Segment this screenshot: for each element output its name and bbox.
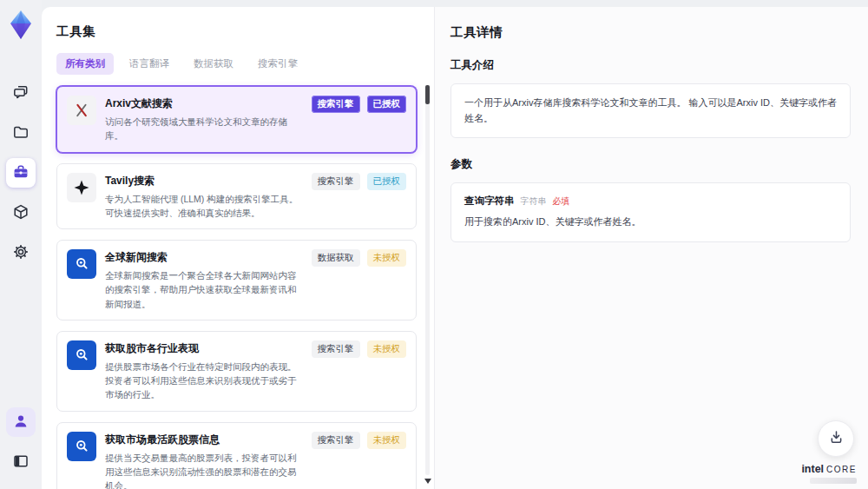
sidebar-item-settings[interactable] <box>6 238 36 268</box>
sidebar-item-collapse[interactable] <box>6 447 36 477</box>
sidebar-item-toolbox[interactable] <box>6 158 36 188</box>
sidebar-nav <box>6 73 36 273</box>
category-tabs: 所有类别 语言翻译 数据获取 搜索引擎 <box>56 53 429 75</box>
param-type: 字符串 <box>521 195 547 208</box>
status-badge: 已授权 <box>367 96 407 113</box>
tab-search-engine[interactable]: 搜索引擎 <box>249 53 306 75</box>
status-badge: 已授权 <box>367 173 407 190</box>
intro-heading: 工具介绍 <box>450 58 851 73</box>
detail-title: 工具详情 <box>450 24 851 41</box>
sidebar-bottom <box>6 402 36 482</box>
tool-card-sector-performance[interactable]: 获取股市各行业表现 提供股票市场各个行业在特定时间段内的表现。投资者可以利用这些… <box>56 331 417 412</box>
status-badge: 未授权 <box>367 249 407 267</box>
tool-list: Arxiv文献搜索 访问各个研究领域大量科学论文和文章的存储库。 搜索引擎 已授… <box>56 86 429 489</box>
params-heading: 参数 <box>450 157 851 172</box>
tool-description: 访问各个研究领域大量科学论文和文章的存储库。 <box>105 115 303 143</box>
category-badge: 搜索引擎 <box>312 173 360 190</box>
intel-core-text: CORE <box>826 465 857 474</box>
tab-all-categories[interactable]: 所有类别 <box>56 53 114 75</box>
tool-name: Tavily搜索 <box>105 174 303 188</box>
tool-name: 获取市场最活跃股票信息 <box>105 433 303 447</box>
download-icon <box>828 429 845 448</box>
param-description: 用于搜索的Arxiv ID、关键字或作者姓名。 <box>464 215 837 230</box>
news-search-icon <box>67 340 96 370</box>
news-search-icon <box>67 432 96 461</box>
param-box: 查询字符串 字符串 必填 用于搜索的Arxiv ID、关键字或作者姓名。 <box>450 182 851 242</box>
tool-detail-panel: 工具详情 工具介绍 一个用于从Arxiv存储库搜索科学论文和文章的工具。 输入可… <box>434 7 868 489</box>
package-icon <box>12 203 30 223</box>
tool-description: 全球新闻搜索是一个聚合全球各大新闻网站内容的搜索引擎，帮助用户快速获取全球最新资… <box>105 268 303 311</box>
tool-name: 全球新闻搜索 <box>105 250 303 265</box>
category-badge: 数据获取 <box>312 249 360 267</box>
tool-card-global-news[interactable]: 全球新闻搜索 全球新闻搜索是一个聚合全球各大新闻网站内容的搜索引擎，帮助用户快速… <box>56 240 417 320</box>
gear-icon <box>12 243 30 263</box>
tab-data-acquisition[interactable]: 数据获取 <box>185 53 242 75</box>
tool-card-active-stocks[interactable]: 获取市场最活跃股票信息 提供当天交易量最高的股票列表，投资者可以利用这些信息来识… <box>56 422 417 489</box>
tool-description: 专为人工智能代理 (LLM) 构建的搜索引擎工具。可快速提供实时、准确和真实的结… <box>105 192 303 221</box>
intro-box: 一个用于从Arxiv存储库搜索科学论文和文章的工具。 输入可以是Arxiv ID… <box>450 83 851 138</box>
tavily-star-icon <box>67 173 96 202</box>
sidebar-item-profile[interactable] <box>6 407 36 437</box>
scrollbar-thumb[interactable] <box>425 85 430 104</box>
category-badge: 搜索引擎 <box>312 432 360 449</box>
panel-toggle-icon <box>12 453 30 472</box>
tab-language-translation[interactable]: 语言翻译 <box>121 53 178 75</box>
param-name: 查询字符串 <box>464 195 515 208</box>
sidebar-item-packages[interactable] <box>6 198 36 228</box>
app-logo-icon <box>4 7 37 43</box>
folder-icon <box>12 123 30 143</box>
tool-name: 获取股市各行业表现 <box>105 341 303 356</box>
scrollbar-down-arrow[interactable] <box>424 479 431 484</box>
status-badge: 未授权 <box>367 432 407 449</box>
main-content: 工具集 所有类别 语言翻译 数据获取 搜索引擎 A <box>42 7 868 489</box>
tool-name: Arxiv文献搜索 <box>105 96 303 111</box>
sidebar <box>0 0 42 489</box>
download-button[interactable] <box>818 420 854 457</box>
category-badge: 搜索引擎 <box>312 340 360 358</box>
tools-panel: 工具集 所有类别 语言翻译 数据获取 搜索引擎 A <box>42 7 434 489</box>
user-icon <box>12 413 30 433</box>
sidebar-item-chat[interactable] <box>6 78 36 108</box>
page-title: 工具集 <box>56 23 429 40</box>
intel-core-logo: intel CORE <box>801 464 857 484</box>
tool-description: 提供股票市场各个行业在特定时间段内的表现。投资者可以利用这些信息来识别表现优于或… <box>105 360 303 402</box>
app-window: 工具集 所有类别 语言翻译 数据获取 搜索引擎 A <box>0 0 868 489</box>
sidebar-item-files[interactable] <box>6 118 36 148</box>
intel-ultra-watermark <box>810 478 857 484</box>
category-badge: 搜索引擎 <box>312 96 360 113</box>
news-search-icon <box>67 249 96 279</box>
param-required-badge: 必填 <box>553 195 570 208</box>
scrollbar-track[interactable] <box>425 85 430 475</box>
status-badge: 未授权 <box>367 340 407 358</box>
intel-brand-text: intel <box>801 464 824 476</box>
chat-icon <box>12 83 30 103</box>
toolbox-icon <box>12 163 30 183</box>
tool-card-arxiv[interactable]: Arxiv文献搜索 访问各个研究领域大量科学论文和文章的存储库。 搜索引擎 已授… <box>56 86 417 153</box>
tool-description: 提供当天交易量最高的股票列表，投资者可以利用这些信息来识别流动性强的股票和潜在的… <box>105 451 303 489</box>
intro-text: 一个用于从Arxiv存储库搜索科学论文和文章的工具。 输入可以是Arxiv ID… <box>464 96 837 126</box>
arxiv-logo-icon <box>67 96 96 125</box>
tool-card-tavily[interactable]: Tavily搜索 专为人工智能代理 (LLM) 构建的搜索引擎工具。可快速提供实… <box>56 163 417 230</box>
